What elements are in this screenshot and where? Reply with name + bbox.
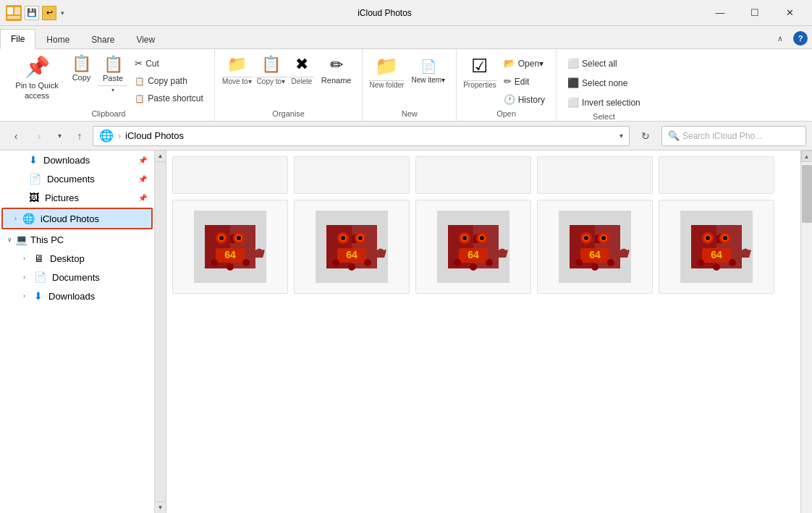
refresh-button[interactable]: ↻ <box>635 126 656 146</box>
title-bar: 💾 ↩ ▾ iCloud Photos — ☐ ✕ <box>0 0 812 26</box>
paste-shortcut-button[interactable]: 📋 Paste shortcut <box>130 90 208 106</box>
tab-file[interactable]: File <box>0 29 35 49</box>
save-button[interactable]: 💾 <box>25 6 39 20</box>
edit-button[interactable]: ✏ Edit <box>499 73 550 90</box>
properties-main[interactable]: ☑ <box>465 52 494 80</box>
maximize-button[interactable]: ☐ <box>738 2 771 24</box>
undo-button[interactable]: ↩ <box>42 6 56 20</box>
search-bar[interactable]: 🔍 Search iCloud Pho... <box>661 126 806 146</box>
svg-point-62 <box>713 263 720 271</box>
sidebar: ▲ ▼ ⬇ Downloads 📌 📄 Documents 📌 <box>0 150 166 513</box>
sidebar-item-pictures[interactable]: 🖼 Pictures 📌 <box>0 188 154 207</box>
sidebar-scroll-up[interactable]: ▲ <box>155 150 166 162</box>
up-button[interactable]: ↑ <box>69 126 90 146</box>
move-to-main[interactable]: 📁 <box>221 52 253 77</box>
tab-view[interactable]: View <box>125 30 166 49</box>
organise-group: 📁 Move to▾ 📋 Copy to▾ ✖ <box>215 49 363 121</box>
new-folder-main[interactable]: 📁 <box>368 52 405 80</box>
delete-dropdown[interactable]: Delete <box>289 77 315 85</box>
scroll-thumb[interactable] <box>802 165 812 223</box>
file-tile-1-1[interactable] <box>172 156 288 194</box>
svg-point-14 <box>227 263 234 271</box>
new-folder-dropdown[interactable]: New folder <box>368 80 405 89</box>
properties-dropdown[interactable]: Properties <box>462 80 497 89</box>
organise-items: 📁 Move to▾ 📋 Copy to▾ ✖ <box>221 52 357 108</box>
puzzle-icon-1: 64 <box>194 211 266 283</box>
close-button[interactable]: ✕ <box>773 2 806 24</box>
copy-path-button[interactable]: 📋 Copy path <box>130 73 208 89</box>
new-item-button[interactable]: 📄 New item▾ <box>406 52 450 88</box>
select-all-button[interactable]: ⬜ Select all <box>562 55 646 72</box>
svg-point-34 <box>480 236 484 240</box>
pin-to-quick-access-button[interactable]: 📌 Pin to Quick access <box>9 52 65 106</box>
expand-icon: › <box>14 215 17 222</box>
sidebar-item-desktop[interactable]: › 🖥 Desktop <box>0 249 154 268</box>
file-tile-2-4[interactable]: 64 <box>537 200 653 294</box>
select-none-button[interactable]: ⬛ Select none <box>562 75 646 91</box>
address-text: iCloud Photos <box>125 130 184 141</box>
clipboard-label: Clipboard <box>9 108 208 121</box>
svg-point-27 <box>364 259 371 266</box>
invert-selection-button[interactable]: ⬜ Invert selection <box>562 94 646 111</box>
svg-text:64: 64 <box>224 249 236 260</box>
svg-point-58 <box>723 236 727 240</box>
file-tile-1-5[interactable] <box>659 156 774 194</box>
delete-main[interactable]: ✖ <box>289 52 315 77</box>
documents-label: Documents <box>47 174 95 185</box>
new-item-icon: 📄 <box>420 59 436 75</box>
file-tile-1-3[interactable] <box>415 156 531 194</box>
rename-icon: ✏ <box>330 56 343 75</box>
svg-point-22 <box>358 236 363 240</box>
file-row-2: 64 <box>166 194 800 300</box>
address-dropdown[interactable]: ▾ <box>619 132 623 140</box>
copy-to-dropdown[interactable]: Copy to▾ <box>255 77 287 85</box>
history-button[interactable]: 🕐 History <box>499 91 550 108</box>
paste-label: Paste <box>103 74 123 82</box>
open-button[interactable]: 📂 Open▾ <box>499 55 550 72</box>
svg-point-50 <box>591 263 599 271</box>
nav-bar: ‹ › ▾ ↑ 🌐 › iCloud Photos ▾ ↻ 🔍 Search i… <box>0 122 812 150</box>
new-label: New <box>368 108 450 121</box>
paste-dropdown[interactable]: ▾ <box>98 85 128 94</box>
open-group: ☑ Properties 📂 Open▾ ✏ Edit 🕐 Histo <box>457 49 557 121</box>
scroll-up-button[interactable]: ▲ <box>801 150 813 162</box>
tab-home[interactable]: Home <box>35 30 80 49</box>
icloud-label: iCloud Photos <box>41 213 99 224</box>
address-bar[interactable]: 🌐 › iCloud Photos ▾ <box>93 126 630 146</box>
file-tile-1-2[interactable] <box>294 156 410 194</box>
delete-icon: ✖ <box>295 55 308 74</box>
file-tile-2-1[interactable]: 64 <box>172 200 288 294</box>
minimize-button[interactable]: — <box>703 2 737 24</box>
sidebar-item-downloads-pc[interactable]: › ⬇ Downloads <box>0 287 154 305</box>
rename-button[interactable]: ✏ Rename <box>316 52 357 89</box>
this-pc-header[interactable]: ∨ 💻 This PC <box>0 230 154 249</box>
sidebar-scroll-down[interactable]: ▼ <box>155 501 166 513</box>
select-all-icon: ⬜ <box>567 58 579 69</box>
file-tile-1-4[interactable] <box>537 156 653 194</box>
back-button[interactable]: ‹ <box>6 126 26 146</box>
documents-pin: 📌 <box>138 175 147 183</box>
copy-to-main[interactable]: 📋 <box>255 52 287 77</box>
sidebar-item-downloads[interactable]: ⬇ Downloads 📌 <box>0 150 154 169</box>
sidebar-item-documents-pc[interactable]: › 📄 Documents <box>0 268 154 287</box>
copy-button[interactable]: 📋 Copy <box>67 52 96 86</box>
properties-icon: ☑ <box>471 55 488 77</box>
copy-path-icon: 📋 <box>135 77 145 86</box>
qat-dropdown[interactable]: ▾ <box>59 9 66 17</box>
paste-button[interactable]: 📋 Paste <box>98 52 128 85</box>
history-dropdown[interactable]: ▾ <box>52 126 67 146</box>
file-tile-2-5[interactable]: 64 <box>659 200 774 294</box>
file-area: 64 <box>166 150 812 513</box>
tab-share[interactable]: Share <box>80 30 125 49</box>
file-tile-2-3[interactable]: 64 <box>415 200 531 294</box>
cut-button[interactable]: ✂ Cut <box>130 55 208 72</box>
sidebar-item-icloud-photos[interactable]: › 🌐 iCloud Photos <box>1 208 153 229</box>
this-pc-collapse: ∨ <box>7 236 12 243</box>
sidebar-item-documents[interactable]: 📄 Documents 📌 <box>0 169 154 188</box>
collapse-ribbon-button[interactable]: ∧ <box>771 28 789 48</box>
help-button[interactable]: ? <box>793 31 808 46</box>
forward-button: › <box>29 126 49 146</box>
svg-text:64: 64 <box>711 249 722 260</box>
file-tile-2-2[interactable]: 64 <box>294 200 410 294</box>
move-to-dropdown[interactable]: Move to▾ <box>221 77 253 85</box>
